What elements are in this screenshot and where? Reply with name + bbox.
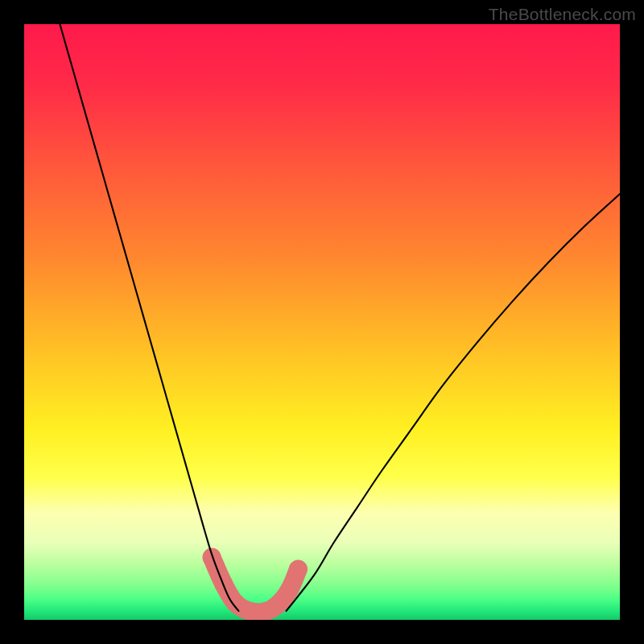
right-curve <box>287 194 620 611</box>
left-curve <box>60 24 238 611</box>
watermark-text: TheBottleneck.com <box>489 5 636 24</box>
valley-marker <box>268 596 287 614</box>
valley-marker <box>280 581 299 600</box>
valley-marker <box>289 560 308 579</box>
plot-area <box>24 24 620 620</box>
valley-marker <box>203 548 221 567</box>
chart-frame: TheBottleneck.com <box>0 0 644 644</box>
valley-marker-group <box>203 548 308 620</box>
curve-layer <box>24 24 620 620</box>
